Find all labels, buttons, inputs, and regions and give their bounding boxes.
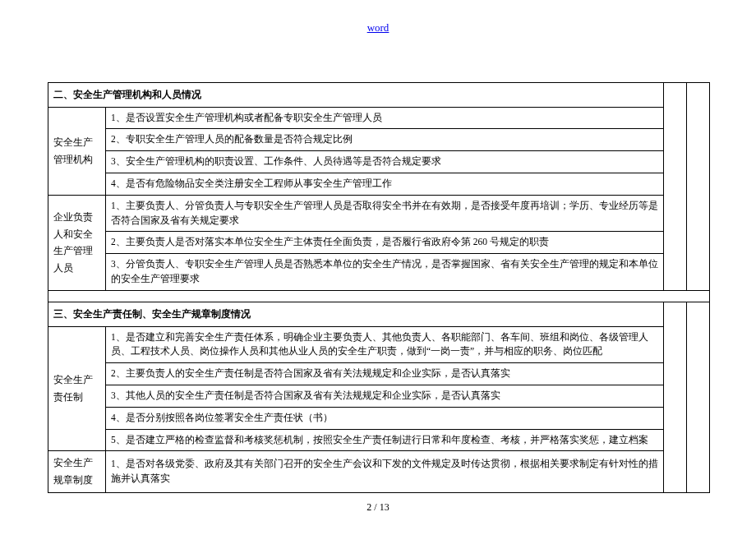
- sec2-g2-row3: 3、分管负责人、专职安全生产管理人员是否熟悉本单位的安全生产情况，是否掌握国家、…: [106, 254, 664, 291]
- sec3-g1-row5: 5、是否建立严格的检查监督和考核奖惩机制，按照安全生产责任制进行日常和年度检查、…: [106, 429, 664, 451]
- sec2-extra-col-1: [664, 83, 687, 291]
- section-3-title: 三、安全生产责任制、安全生产规章制度情况: [48, 302, 664, 326]
- sec3-extra-col-1: [664, 302, 687, 492]
- sec2-g1-row1: 1、是否设置安全生产管理机构或者配备专职安全生产管理人员: [106, 107, 664, 129]
- sec3-group1-label: 安全生产责任制: [48, 326, 106, 451]
- sec3-g2-row1: 1、是否对各级党委、政府及其有关部门召开的安全生产会议和下发的文件规定及时传达贯…: [106, 451, 664, 492]
- sec2-g1-row4: 4、是否有危险物品安全类注册安全工程师从事安全生产管理工作: [106, 173, 664, 196]
- main-table: 二、安全生产管理机构和人员情况 安全生产管理机构 1、是否设置安全生产管理机构或…: [48, 82, 710, 493]
- sec2-g2-row1: 1、主要负责人、分管负责人与专职安全生产管理人员是否取得安全书并在有效期，是否接…: [106, 195, 664, 232]
- sec2-group1-label: 安全生产管理机构: [48, 107, 106, 195]
- sec2-g1-row3: 3、安全生产管理机构的职责设置、工作条件、人员待遇等是否符合规定要求: [106, 151, 664, 173]
- sec3-g1-row3: 3、其他人员的安全生产责任制是否符合国家及省有关法规规定和企业实际，是否认真落实: [106, 385, 664, 407]
- sec2-extra-col-2: [687, 83, 710, 291]
- sec3-g1-row1: 1、是否建立和完善安全生产责任体系，明确企业主要负责人、其他负责人、各职能部门、…: [106, 326, 664, 363]
- sec3-g1-row2: 2、主要负责人的安全生产责任制是否符合国家及省有关法规规定和企业实际，是否认真落…: [106, 363, 664, 385]
- page-total: 13: [380, 501, 390, 513]
- sec2-g2-row2: 2、主要负责人是否对落实本单位安全生产主体责任全面负责，是否履行省政府令第 26…: [106, 232, 664, 254]
- sec2-group2-label: 企业负责人和安全生产管理人员: [48, 195, 106, 290]
- sec3-group2-label: 安全生产规章制度: [48, 451, 106, 492]
- sec3-extra-col-2: [687, 302, 710, 492]
- page-footer: 2 / 13: [0, 501, 756, 514]
- sec3-g1-row4: 4、是否分别按照各岗位签署安全生产责任状（书）: [106, 407, 664, 429]
- page-sep: /: [371, 501, 379, 513]
- sec2-g1-row2: 2、专职安全生产管理人员的配备数量是否符合规定比例: [106, 129, 664, 151]
- header-word-link[interactable]: word: [367, 21, 390, 34]
- section-2-title: 二、安全生产管理机构和人员情况: [48, 83, 664, 108]
